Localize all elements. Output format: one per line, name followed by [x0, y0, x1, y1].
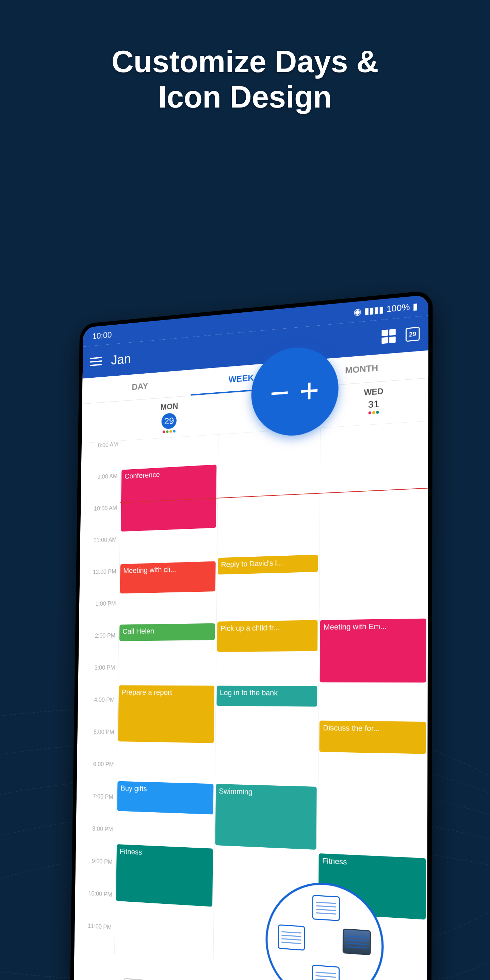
calendar-event[interactable]: Fitness	[116, 844, 213, 907]
phone-frame: 10:00 ◉ ▮▮▮▮ 100% ▮ Jan 29 − +	[69, 290, 433, 980]
calendar-event[interactable]: Buy gifts	[117, 781, 213, 815]
calendar-event[interactable]: Pick up a child fr...	[217, 620, 318, 652]
time-label: 11:00 PM	[74, 921, 115, 957]
time-label: 2:00 PM	[79, 632, 119, 665]
time-label: 1:00 PM	[79, 600, 119, 633]
calendar-event[interactable]: Swimming	[215, 784, 317, 850]
status-time: 10:00	[92, 330, 112, 341]
signal-icon: ▮▮▮▮	[364, 304, 383, 317]
time-label: 10:00 AM	[80, 504, 120, 538]
time-label: 8:00 PM	[76, 824, 116, 859]
time-label: 5:00 PM	[77, 728, 118, 761]
calendar-event[interactable]: Prepare a report	[118, 685, 215, 743]
nav-tasks[interactable]: ✓	[123, 978, 145, 980]
calendar-event[interactable]: Meeting with Em...	[320, 619, 426, 682]
phone-screen: 10:00 ◉ ▮▮▮▮ 100% ▮ Jan 29 − +	[73, 295, 428, 980]
calendar-event[interactable]: Log in to the bank	[216, 686, 318, 707]
time-label: 9:00 AM	[81, 473, 121, 506]
battery-icon: ▮	[413, 301, 418, 312]
time-label: 12:00 PM	[79, 568, 119, 601]
day-header-mon[interactable]: MON 29	[121, 394, 218, 440]
time-label: 11:00 AM	[80, 536, 120, 569]
time-label: 7:00 PM	[76, 792, 116, 826]
menu-icon[interactable]	[90, 357, 102, 366]
time-label: 10:00 PM	[75, 889, 115, 924]
calendar-event[interactable]: Discuss the for...	[320, 721, 426, 754]
icon-option-3[interactable]	[343, 929, 371, 956]
icon-option-4[interactable]	[312, 965, 340, 980]
column-mon[interactable]: ConferenceMeeting with cli...Call HelenP…	[115, 434, 218, 961]
zoom-in-button[interactable]: +	[299, 372, 320, 408]
time-label: 4:00 PM	[78, 696, 118, 729]
today-badge[interactable]: 29	[406, 327, 420, 342]
time-column: 8:00 AM9:00 AM10:00 AM11:00 AM12:00 PM1:…	[74, 441, 121, 957]
icon-option-1[interactable]	[312, 895, 340, 921]
time-label: 8:00 AM	[81, 441, 121, 475]
icon-design-picker[interactable]	[265, 880, 384, 980]
calendar-event[interactable]: Conference	[121, 465, 216, 531]
wifi-icon: ◉	[353, 306, 361, 318]
battery-text: 100%	[387, 301, 410, 314]
time-label: 9:00 PM	[75, 857, 116, 891]
page-title: Customize Days &Icon Design	[0, 44, 490, 115]
time-label: 6:00 PM	[76, 760, 117, 794]
time-label: 3:00 PM	[78, 664, 118, 697]
calendar-event[interactable]: Meeting with cli...	[120, 561, 216, 593]
icon-option-2[interactable]	[278, 924, 305, 951]
calendar-event[interactable]: Reply to David's l...	[218, 555, 318, 574]
zoom-out-button[interactable]: −	[270, 375, 290, 410]
calendar-event[interactable]: Call Helen	[119, 624, 215, 641]
grid-view-icon[interactable]	[382, 329, 395, 344]
